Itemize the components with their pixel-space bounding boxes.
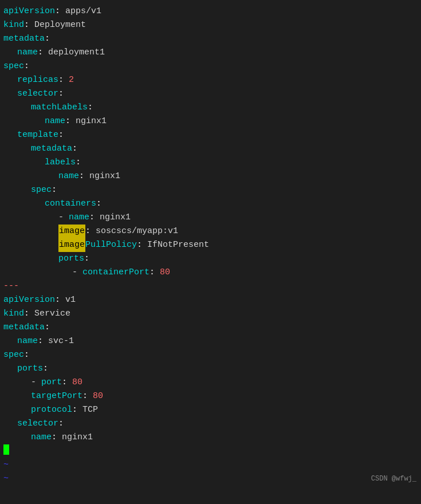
code-line: protocol: TCP bbox=[3, 403, 418, 417]
yaml-colon: : bbox=[85, 225, 96, 238]
yaml-colon: : bbox=[55, 293, 65, 307]
code-line: name: nginx1 bbox=[3, 170, 418, 183]
yaml-colon: : bbox=[43, 362, 48, 376]
code-line: ports: bbox=[3, 362, 418, 376]
code-line: --- bbox=[3, 279, 418, 293]
yaml-key: metadata bbox=[3, 32, 45, 46]
code-line: matchLabels: bbox=[3, 101, 418, 115]
code-line: template: bbox=[3, 128, 418, 142]
yaml-key: name bbox=[69, 211, 89, 225]
yaml-colon: : bbox=[84, 252, 89, 266]
yaml-colon: : bbox=[52, 431, 62, 444]
yaml-key: metadata bbox=[3, 321, 45, 334]
yaml-key: template bbox=[17, 128, 58, 142]
code-line: selector: bbox=[3, 87, 418, 101]
yaml-key: spec bbox=[3, 60, 24, 73]
yaml-colon: : bbox=[89, 211, 100, 225]
code-line: spec: bbox=[3, 183, 418, 197]
code-line: name: nginx1 bbox=[3, 115, 418, 128]
yaml-value: Service bbox=[34, 307, 70, 321]
yaml-key: containerPort bbox=[82, 266, 149, 279]
yaml-number: 2 bbox=[69, 73, 74, 87]
code-line bbox=[3, 444, 418, 458]
yaml-key: apiVersion bbox=[3, 293, 55, 307]
code-line: spec: bbox=[3, 348, 418, 362]
yaml-number: 80 bbox=[160, 266, 170, 279]
yaml-key: kind bbox=[3, 307, 24, 321]
code-line: name: nginx1 bbox=[3, 431, 418, 444]
yaml-key: containers bbox=[45, 197, 96, 211]
code-line: name: svc-1 bbox=[3, 334, 418, 348]
yaml-value: nginx1 bbox=[89, 170, 120, 183]
yaml-key: name bbox=[31, 431, 52, 444]
code-line: ~ bbox=[3, 458, 418, 472]
yaml-colon: : bbox=[45, 32, 50, 46]
code-line: metadata: bbox=[3, 32, 418, 46]
code-line: apiVersion: v1 bbox=[3, 293, 418, 307]
yaml-key: name bbox=[17, 334, 38, 348]
yaml-key: ports bbox=[17, 362, 43, 376]
yaml-value: deployment1 bbox=[48, 46, 105, 60]
yaml-value: nginx1 bbox=[62, 431, 93, 444]
yaml-colon: : bbox=[65, 115, 76, 128]
yaml-highlight: image bbox=[58, 225, 85, 238]
yaml-value: v1 bbox=[65, 293, 76, 307]
yaml-colon: : bbox=[58, 128, 64, 142]
yaml-key: ports bbox=[58, 252, 84, 266]
tilde: ~ bbox=[3, 458, 9, 472]
code-line: ~ bbox=[3, 472, 418, 486]
yaml-value: IfNotPresent bbox=[147, 238, 209, 252]
yaml-key: spec bbox=[3, 348, 24, 362]
yaml-key: labels bbox=[45, 156, 76, 170]
code-line: ports: bbox=[3, 252, 418, 266]
yaml-number: 80 bbox=[72, 376, 82, 389]
yaml-key: PullPolicy bbox=[85, 238, 137, 252]
yaml-dash: - bbox=[58, 211, 69, 225]
tilde: ~ bbox=[3, 472, 9, 486]
yaml-colon: : bbox=[96, 197, 101, 211]
yaml-key: spec bbox=[31, 183, 52, 197]
code-line: - name: nginx1 bbox=[3, 211, 418, 225]
yaml-key: name bbox=[58, 170, 79, 183]
code-line: spec: bbox=[3, 60, 418, 73]
watermark: CSDN @wfwj_ bbox=[371, 474, 416, 485]
code-editor: apiVersion: apps/v1kind: Deploymentmetad… bbox=[0, 0, 421, 490]
yaml-number: 80 bbox=[93, 389, 103, 403]
code-line: name: deployment1 bbox=[3, 46, 418, 60]
yaml-colon: : bbox=[58, 417, 64, 431]
yaml-key: selector bbox=[17, 417, 58, 431]
yaml-colon: : bbox=[62, 376, 72, 389]
yaml-colon: : bbox=[38, 46, 48, 60]
yaml-value: apps/v1 bbox=[65, 5, 101, 18]
yaml-colon: : bbox=[79, 170, 89, 183]
yaml-key: port bbox=[41, 376, 62, 389]
yaml-colon: : bbox=[55, 5, 65, 18]
code-line: kind: Deployment bbox=[3, 18, 418, 32]
yaml-value: soscscs/myapp:v1 bbox=[96, 225, 178, 238]
yaml-value: nginx1 bbox=[76, 115, 107, 128]
yaml-key: metadata bbox=[31, 142, 72, 156]
yaml-colon: : bbox=[24, 307, 34, 321]
yaml-colon: : bbox=[137, 238, 147, 252]
yaml-highlight: image bbox=[58, 238, 85, 252]
yaml-colon: : bbox=[58, 73, 69, 87]
yaml-colon: : bbox=[149, 266, 160, 279]
code-line: labels: bbox=[3, 156, 418, 170]
yaml-key: selector bbox=[17, 87, 58, 101]
yaml-key: replicas bbox=[17, 73, 58, 87]
yaml-key: matchLabels bbox=[31, 101, 88, 115]
yaml-colon: : bbox=[58, 87, 64, 101]
code-line: apiVersion: apps/v1 bbox=[3, 5, 418, 18]
code-line: - containerPort: 80 bbox=[3, 266, 418, 279]
yaml-colon: : bbox=[38, 334, 48, 348]
yaml-colon: : bbox=[24, 348, 29, 362]
yaml-key: targetPort bbox=[31, 389, 82, 403]
yaml-dash: - bbox=[31, 376, 41, 389]
yaml-value: svc-1 bbox=[48, 334, 74, 348]
code-line: targetPort: 80 bbox=[3, 389, 418, 403]
yaml-value: Deployment bbox=[34, 18, 86, 32]
yaml-colon: : bbox=[76, 156, 81, 170]
code-line: imagePullPolicy: IfNotPresent bbox=[3, 238, 418, 252]
code-line: metadata: bbox=[3, 142, 418, 156]
code-line: metadata: bbox=[3, 321, 418, 334]
